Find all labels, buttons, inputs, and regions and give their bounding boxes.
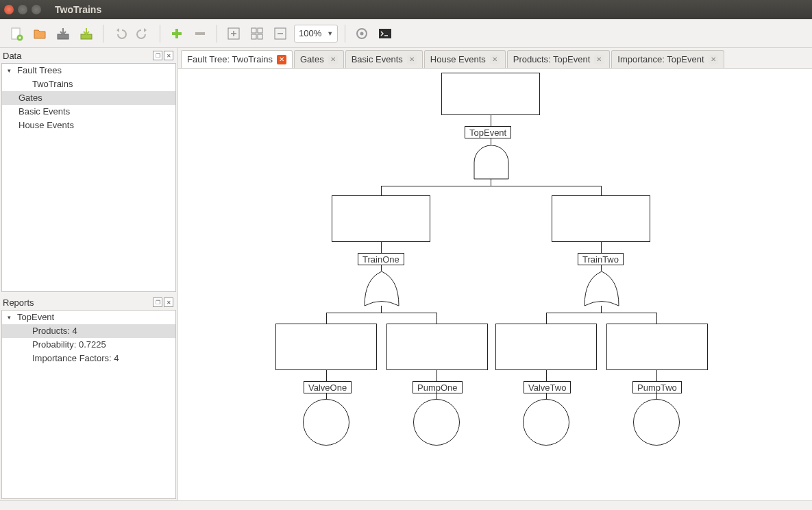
tab-close-icon[interactable]: ✕ bbox=[277, 55, 286, 64]
tab-products[interactable]: Products: TopEvent✕ bbox=[507, 50, 611, 68]
tab-basic-events[interactable]: Basic Events✕ bbox=[345, 50, 423, 68]
new-file-button[interactable] bbox=[7, 24, 26, 43]
valve-two-label: ValveTwo bbox=[524, 381, 571, 393]
collapse-icon[interactable]: ▾ bbox=[8, 311, 14, 324]
tree-item-project[interactable]: TwoTrains bbox=[2, 77, 175, 91]
or-gate-icon bbox=[584, 271, 619, 306]
reports-tree[interactable]: ▾TopEvent Products: 4 Probability: 0.722… bbox=[1, 310, 176, 499]
connector bbox=[491, 115, 491, 126]
svg-rect-12 bbox=[258, 34, 262, 39]
connector bbox=[546, 393, 547, 399]
reports-panel-header: Reports ❐ ✕ bbox=[0, 295, 177, 310]
tab-close-icon[interactable]: ✕ bbox=[490, 55, 500, 64]
terminal-button[interactable] bbox=[376, 24, 395, 43]
save-as-button[interactable] bbox=[77, 24, 96, 43]
pump-two-label: PumpTwo bbox=[632, 381, 682, 393]
connector bbox=[491, 138, 491, 145]
data-panel-title: Data bbox=[3, 51, 21, 61]
connector bbox=[381, 186, 602, 186]
status-bar bbox=[0, 500, 812, 510]
save-button[interactable] bbox=[53, 24, 73, 43]
add-button[interactable] bbox=[167, 24, 186, 43]
tab-close-icon[interactable]: ✕ bbox=[328, 55, 338, 64]
connector bbox=[326, 313, 327, 324]
zoom-in-button[interactable] bbox=[224, 24, 243, 43]
tree-item-house-events[interactable]: House Events bbox=[2, 119, 175, 132]
pump-two-circle[interactable] bbox=[633, 399, 680, 446]
window-maximize-button[interactable] bbox=[32, 5, 41, 14]
reports-root[interactable]: ▾TopEvent bbox=[2, 311, 175, 324]
connector bbox=[656, 370, 657, 381]
reports-probability[interactable]: Probability: 0.7225 bbox=[2, 338, 175, 352]
valve-two-circle[interactable] bbox=[523, 399, 569, 446]
reports-importance[interactable]: Importance Factors: 4 bbox=[2, 352, 175, 365]
tab-close-icon[interactable]: ✕ bbox=[594, 55, 604, 64]
valve-two-box[interactable] bbox=[495, 324, 597, 370]
valve-one-box[interactable] bbox=[275, 324, 377, 370]
connector bbox=[381, 186, 382, 195]
panel-detach-icon[interactable]: ❐ bbox=[153, 298, 162, 307]
tree-item-gates[interactable]: Gates bbox=[2, 91, 175, 105]
tab-gates[interactable]: Gates✕ bbox=[294, 50, 344, 68]
tab-close-icon[interactable]: ✕ bbox=[407, 55, 417, 64]
redo-button[interactable] bbox=[134, 24, 153, 43]
fit-button[interactable] bbox=[247, 24, 267, 43]
toolbar-separator bbox=[160, 25, 160, 42]
and-gate-icon bbox=[473, 145, 509, 180]
undo-button[interactable] bbox=[110, 24, 130, 43]
valve-one-circle[interactable] bbox=[303, 399, 349, 446]
tab-house-events[interactable]: House Events✕ bbox=[424, 50, 506, 68]
window-close-button[interactable] bbox=[4, 5, 14, 14]
panel-detach-icon[interactable]: ❐ bbox=[153, 51, 162, 60]
svg-point-15 bbox=[360, 32, 364, 35]
train-one-box[interactable] bbox=[332, 195, 430, 242]
remove-button[interactable] bbox=[190, 24, 210, 43]
connector bbox=[326, 393, 327, 399]
svg-rect-11 bbox=[251, 34, 256, 39]
reports-products[interactable]: Products: 4 bbox=[2, 324, 175, 338]
train-two-box[interactable] bbox=[552, 195, 650, 242]
train-two-label: TrainTwo bbox=[578, 253, 624, 265]
connector bbox=[601, 242, 602, 253]
diagram-canvas[interactable]: TopEvent TrainOne TrainTwo bbox=[178, 69, 812, 500]
reports-panel-title: Reports bbox=[3, 298, 34, 308]
toolbar-separator bbox=[217, 25, 217, 42]
data-panel-header: Data ❐ ✕ bbox=[0, 48, 177, 63]
panel-close-icon[interactable]: ✕ bbox=[164, 298, 173, 307]
chevron-down-icon: ▼ bbox=[327, 30, 333, 37]
svg-rect-7 bbox=[195, 32, 205, 35]
connector bbox=[436, 393, 437, 399]
window-titlebar: TwoTrains bbox=[0, 0, 812, 19]
settings-button[interactable] bbox=[352, 24, 371, 43]
svg-rect-16 bbox=[379, 29, 391, 38]
zoom-value: 100% bbox=[299, 28, 321, 38]
data-tree[interactable]: ▾Fault Trees TwoTrains Gates Basic Event… bbox=[1, 63, 176, 292]
connector bbox=[381, 265, 382, 271]
collapse-icon[interactable]: ▾ bbox=[8, 64, 14, 77]
connector bbox=[326, 313, 437, 313]
content-area: Fault Tree: TwoTrains✕ Gates✕ Basic Even… bbox=[178, 48, 812, 500]
tab-close-icon[interactable]: ✕ bbox=[709, 55, 718, 64]
svg-rect-6 bbox=[172, 32, 182, 35]
connector bbox=[656, 313, 657, 324]
connector bbox=[546, 313, 657, 313]
connector bbox=[601, 306, 602, 313]
toolbar-separator bbox=[345, 25, 345, 42]
pump-one-box[interactable] bbox=[386, 324, 488, 370]
panel-close-icon[interactable]: ✕ bbox=[164, 51, 173, 60]
tab-importance[interactable]: Importance: TopEvent✕ bbox=[611, 50, 724, 68]
pump-one-circle[interactable] bbox=[413, 399, 460, 446]
zoom-select[interactable]: 100% ▼ bbox=[294, 25, 338, 42]
window-title: TwoTrains bbox=[55, 4, 101, 15]
connector bbox=[601, 265, 602, 271]
tab-fault-tree[interactable]: Fault Tree: TwoTrains✕ bbox=[181, 50, 293, 68]
top-event-box[interactable] bbox=[441, 73, 540, 115]
tree-item-basic-events[interactable]: Basic Events bbox=[2, 105, 175, 119]
pump-two-box[interactable] bbox=[606, 324, 708, 370]
window-minimize-button[interactable] bbox=[18, 5, 27, 14]
open-file-button[interactable] bbox=[30, 24, 49, 43]
top-event-label: TopEvent bbox=[465, 126, 511, 138]
connector bbox=[546, 370, 547, 381]
zoom-out-button[interactable] bbox=[271, 24, 290, 43]
tree-root-fault-trees[interactable]: ▾Fault Trees bbox=[2, 64, 175, 77]
